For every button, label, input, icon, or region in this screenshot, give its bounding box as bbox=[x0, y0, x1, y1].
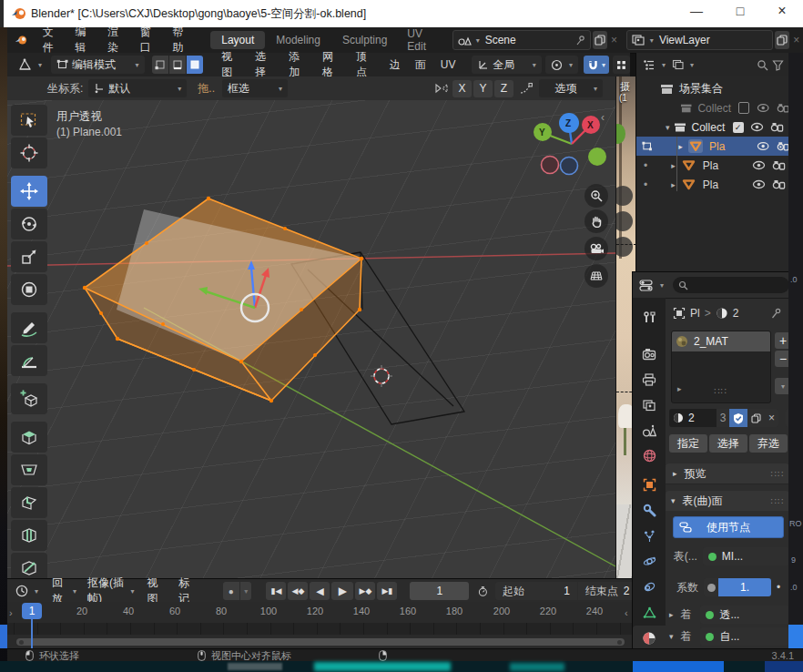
use-nodes-button[interactable]: 使用节点 bbox=[673, 516, 784, 538]
tab-material[interactable] bbox=[633, 626, 666, 650]
tool-extrude-region[interactable] bbox=[11, 422, 47, 453]
pivot-dropdown[interactable]: ▾ bbox=[545, 56, 578, 74]
fake-user-toggle[interactable] bbox=[729, 409, 747, 427]
tab-output[interactable] bbox=[633, 367, 666, 392]
tab-scene[interactable] bbox=[633, 418, 666, 443]
workspace-tab-modeling[interactable]: Modeling bbox=[265, 31, 331, 49]
drag-handle-icon[interactable]: ∷∷ bbox=[770, 496, 784, 506]
factor-socket-button[interactable] bbox=[704, 578, 718, 596]
new-material-button[interactable] bbox=[747, 409, 765, 427]
scene-selector[interactable]: ▾ Scene bbox=[452, 30, 591, 50]
tool-add-cube[interactable] bbox=[11, 383, 47, 414]
viewport-3d[interactable]: Y Z X 用户透视 (1) Plane.001 ‹ bbox=[7, 100, 615, 578]
material-name-field[interactable]: 2 bbox=[669, 409, 717, 427]
playhead-frame-badge[interactable]: 1 bbox=[22, 603, 42, 619]
disclosure-closed-icon[interactable]: ▸ bbox=[677, 384, 682, 393]
select-mode-edge-button[interactable] bbox=[169, 56, 186, 74]
outliner-row-scene-collection[interactable]: 场景集合 bbox=[636, 79, 789, 98]
maximize-button[interactable]: □ bbox=[725, 4, 756, 18]
menu-help[interactable]: 帮助 bbox=[166, 25, 198, 56]
menu-edit[interactable]: 编辑 bbox=[67, 25, 100, 56]
new-viewlayer-button[interactable] bbox=[775, 31, 789, 49]
viewlayer-selector[interactable]: ▾ ViewLayer bbox=[626, 30, 773, 50]
material-slot-list[interactable]: 2_MAT ∷∷ ▸ bbox=[671, 331, 771, 403]
playhead-line[interactable] bbox=[31, 619, 33, 648]
scrollbar-end-dot[interactable] bbox=[19, 640, 24, 645]
workspace-tab-sculpting[interactable]: Sculpting bbox=[331, 31, 398, 49]
menu-vertex[interactable]: 顶点 bbox=[349, 49, 382, 80]
tool-rotate[interactable] bbox=[11, 209, 47, 239]
editor-type-button[interactable]: ▾ bbox=[13, 56, 47, 74]
collapse-panel-icon[interactable]: ‹ bbox=[625, 607, 628, 618]
strip-nav-button[interactable] bbox=[615, 186, 633, 206]
outliner-row-object[interactable]: • ▸ Pla bbox=[636, 156, 789, 175]
material-slot-active[interactable]: 2_MAT bbox=[672, 331, 770, 351]
jump-to-start-button[interactable]: ▮◀ bbox=[266, 582, 286, 600]
mirror-x-toggle[interactable]: X bbox=[452, 80, 472, 97]
hide-eye-icon[interactable] bbox=[757, 103, 769, 113]
tab-render[interactable] bbox=[633, 341, 666, 366]
disclosure-closed-icon[interactable]: ▸ bbox=[671, 161, 676, 170]
material-name[interactable]: 2 bbox=[688, 412, 695, 424]
outliner-editor-type-button[interactable]: ▾ bbox=[640, 56, 668, 74]
minimize-button[interactable]: — bbox=[681, 4, 712, 18]
render-camera-icon[interactable] bbox=[777, 103, 789, 114]
coord-system-dropdown[interactable]: 默认 ▾ bbox=[88, 79, 187, 97]
tool-select-box[interactable] bbox=[11, 105, 47, 136]
proportional-editing-toggle[interactable] bbox=[613, 56, 630, 74]
panel-preview-header[interactable]: ▸ 预览 ∷∷ bbox=[666, 463, 789, 484]
mirror-icon[interactable] bbox=[434, 82, 449, 95]
tool-scale[interactable] bbox=[11, 241, 47, 272]
disclosure-open-icon[interactable]: ▾ bbox=[666, 123, 670, 132]
timeline-scrollbar[interactable] bbox=[16, 638, 625, 646]
exclude-checkbox-checked[interactable]: ✓ bbox=[733, 122, 744, 133]
menu-uv[interactable]: UV bbox=[433, 58, 463, 71]
timeline-editor-type-button[interactable]: ▾ bbox=[13, 582, 41, 600]
strip-nav-button[interactable] bbox=[615, 237, 633, 257]
render-camera-icon[interactable] bbox=[770, 122, 784, 133]
deselect-button[interactable]: 弃选 bbox=[749, 434, 788, 453]
factor-slider[interactable]: 1. bbox=[718, 578, 771, 596]
orientation-dropdown[interactable]: 全局 ▾ bbox=[472, 56, 541, 74]
shader2-dropdown[interactable]: 自... bbox=[700, 627, 789, 646]
play-button[interactable]: ▶ bbox=[331, 582, 353, 600]
select-mode-vertex-button[interactable] bbox=[152, 56, 168, 74]
outliner-display-mode[interactable]: ▾ bbox=[670, 56, 696, 74]
breadcrumb-object[interactable]: Pl bbox=[690, 307, 700, 320]
tool-knife[interactable] bbox=[11, 553, 47, 578]
breadcrumb-material[interactable]: 2 bbox=[733, 307, 739, 320]
camera-view-button[interactable] bbox=[584, 237, 608, 260]
play-reverse-button[interactable]: ◀ bbox=[310, 582, 330, 600]
select-mode-face-button[interactable] bbox=[187, 56, 203, 74]
next-keyframe-button[interactable]: ▶◆ bbox=[355, 582, 375, 600]
workspace-tab-uvedit[interactable]: UV Edit bbox=[398, 25, 446, 56]
assign-button[interactable]: 指定 bbox=[669, 434, 707, 453]
hide-eye-icon[interactable] bbox=[750, 122, 764, 132]
blender-menu-icon[interactable] bbox=[15, 33, 28, 47]
select-tool-dropdown[interactable]: 框选 ▾ bbox=[222, 79, 288, 97]
hide-eye-icon[interactable] bbox=[757, 141, 769, 151]
tab-object[interactable] bbox=[633, 473, 666, 497]
search-icon[interactable] bbox=[757, 59, 768, 71]
keyframe-dot-icon[interactable]: • bbox=[777, 581, 780, 594]
menu-select[interactable]: 选择 bbox=[248, 49, 281, 80]
tab-world[interactable] bbox=[633, 443, 666, 468]
zoom-button[interactable] bbox=[584, 184, 608, 208]
workspace-tab-layout[interactable]: Layout bbox=[210, 31, 265, 49]
menu-edge[interactable]: 边 bbox=[382, 57, 408, 73]
new-scene-button[interactable] bbox=[593, 31, 607, 49]
tab-modifiers[interactable] bbox=[633, 498, 666, 523]
exclude-checkbox-unchecked[interactable] bbox=[738, 102, 750, 114]
scene-name[interactable]: Scene bbox=[480, 34, 574, 46]
strip-nav-button[interactable] bbox=[615, 211, 633, 231]
filter-funnel-icon[interactable] bbox=[772, 59, 784, 71]
panel-surface-header[interactable]: ▾ 表(曲)面 ∷∷ bbox=[666, 491, 789, 511]
tab-particles[interactable] bbox=[633, 524, 666, 548]
jump-to-end-button[interactable]: ▶▮ bbox=[377, 582, 397, 600]
unlink-material-button[interactable]: × bbox=[765, 409, 778, 427]
current-frame-field[interactable]: 1 bbox=[410, 582, 469, 600]
auto-keying-toggle[interactable]: ● bbox=[223, 582, 239, 600]
outliner-row-collection-disabled[interactable]: Collect bbox=[636, 98, 789, 117]
menu-face[interactable]: 面 bbox=[408, 57, 433, 73]
stopwatch-icon[interactable] bbox=[478, 585, 488, 598]
